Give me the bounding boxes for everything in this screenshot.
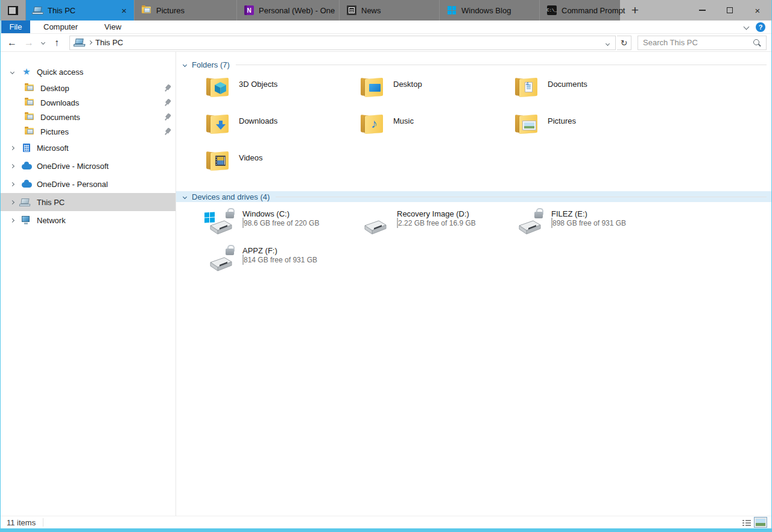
sidebar-item-network[interactable]: Network [1,211,176,229]
drives-grid: Windows (C:) 98.6 GB free of 220 GB Reco… [205,207,771,280]
address-bar[interactable]: This PC [69,36,616,50]
minimize-icon [699,10,706,11]
breadcrumb-location[interactable]: This PC [95,38,123,47]
collapse-chevron-icon [183,62,187,66]
chevron-down-icon [40,40,45,45]
navigation-toolbar: ← → ↑ This PC ↻ Search This PC [1,34,771,52]
search-icon[interactable] [753,39,761,47]
drive-tile-recovery-d[interactable]: Recovery Image (D:) 2.22 GB free of 16.9… [359,207,514,244]
refresh-button[interactable]: ↻ [617,36,631,50]
tab-close-icon[interactable]: × [112,5,127,16]
pin-icon [162,112,172,122]
expand-chevron-icon[interactable] [9,165,15,168]
lock-icon [226,249,234,256]
up-button[interactable]: ↑ [49,36,65,50]
drive-name: APPZ (F:) [242,245,317,255]
tab-windows-blog[interactable]: Windows Blog [439,0,539,21]
sidebar-item-onedrive-personal[interactable]: OneDrive - Personal [1,175,176,193]
drive-tile-filez-e[interactable]: FILEZ (E:) 898 GB free of 931 GB [514,207,668,244]
search-placeholder: Search This PC [643,38,698,47]
pin-icon [162,127,172,137]
expand-chevron-icon[interactable] [9,147,15,150]
folders-grid: 3D Objects Desktop Documents Downloads ♪… [205,75,771,185]
folder-name: 3D Objects [239,76,277,89]
sidebar-item-label: This PC [37,198,65,207]
sidebar-item-documents[interactable]: Documents [1,110,176,124]
help-icon[interactable]: ? [756,22,765,32]
drive-name: Windows (C:) [242,208,319,218]
close-button[interactable]: × [744,0,771,21]
collapse-chevron-icon[interactable] [9,71,15,74]
tab-command-prompt[interactable]: C:\_ Command Prompt [539,0,620,21]
forward-button[interactable]: → [21,36,37,50]
drive-icon [205,247,238,273]
folder-icon [514,77,538,98]
folders-section-header[interactable]: Folders (7) [176,59,771,70]
sidebar-item-onedrive-microsoft[interactable]: OneDrive - Microsoft [1,157,176,175]
document-icon [525,82,533,92]
view-menu-tab[interactable]: View [91,21,134,33]
tab-switcher-button[interactable] [1,0,25,21]
building-icon [21,143,32,153]
drive-tile-appz-f[interactable]: APPZ (F:) 814 GB free of 931 GB [205,244,359,280]
sidebar-item-microsoft[interactable]: Microsoft [1,139,176,157]
this-pc-laptop-icon [33,5,43,15]
sidebar-item-desktop[interactable]: Desktop [1,81,176,95]
onedrive-cloud-icon [21,161,32,171]
back-button[interactable]: ← [4,36,20,50]
new-tab-button[interactable]: + [620,0,650,21]
pin-icon [162,83,172,93]
sidebar-item-this-pc[interactable]: This PC [1,193,176,211]
sidebar-item-quick-access[interactable]: ★ Quick access [1,63,176,81]
sidebar-item-label: Microsoft [37,144,69,153]
folder-tile-videos[interactable]: Videos [205,148,359,185]
pictures-folder-icon [25,127,36,136]
tab-this-pc[interactable]: This PC × [25,0,134,21]
monitor-icon [369,84,381,92]
devices-section-header[interactable]: Devices and drives (4) [176,191,771,202]
tab-label: This PC [48,6,75,15]
expand-ribbon-icon[interactable] [744,24,750,30]
folder-tile-documents[interactable]: Documents [514,75,668,112]
lock-icon [534,212,543,219]
maximize-icon [727,7,733,13]
windows-logo-icon [204,212,215,223]
expand-chevron-icon[interactable] [9,201,15,204]
drive-capacity: 898 GB free of 931 GB [552,219,626,227]
section-title: Folders (7) [192,60,230,69]
folder-icon [359,77,384,98]
sidebar-item-downloads[interactable]: Downloads [1,95,176,110]
expand-chevron-icon[interactable] [9,183,15,186]
folder-name: Documents [548,76,587,89]
breadcrumb-chevron-icon[interactable] [88,40,92,45]
folder-tile-downloads[interactable]: Downloads [205,112,359,148]
folder-tile-music[interactable]: ♪ Music [359,112,514,148]
folder-tile-desktop[interactable]: Desktop [359,75,514,112]
folder-icon [205,114,229,135]
recent-locations-dropdown[interactable] [38,36,48,50]
address-dropdown-button[interactable] [603,38,613,47]
tab-label: News [361,6,381,15]
details-view-button[interactable] [741,518,752,527]
status-bar: 11 items [1,516,771,528]
tab-news[interactable]: News [339,0,439,21]
folder-tile-3d-objects[interactable]: 3D Objects [205,75,359,112]
minimize-button[interactable] [688,0,716,21]
news-app-icon [347,5,356,15]
documents-folder-icon [25,112,36,122]
drive-tile-windows-c[interactable]: Windows (C:) 98.6 GB free of 220 GB [205,207,359,244]
cube-icon [214,81,227,95]
maximize-button[interactable] [716,0,744,21]
folder-tile-pictures[interactable]: Pictures [514,112,668,148]
pin-icon [162,98,172,108]
tab-onenote-personal[interactable]: N Personal (Web) - One [236,0,339,21]
tab-pictures[interactable]: Pictures [134,0,236,21]
sidebar-item-pictures[interactable]: Pictures [1,124,176,139]
drive-capacity: 814 GB free of 931 GB [244,256,317,264]
expand-chevron-icon[interactable] [9,219,15,222]
sidebar-item-label: Pictures [40,127,69,136]
large-icons-view-button[interactable] [755,518,767,527]
file-menu-button[interactable]: File [1,21,30,33]
computer-menu-tab[interactable]: Computer [30,21,91,33]
search-box[interactable]: Search This PC [638,36,767,50]
